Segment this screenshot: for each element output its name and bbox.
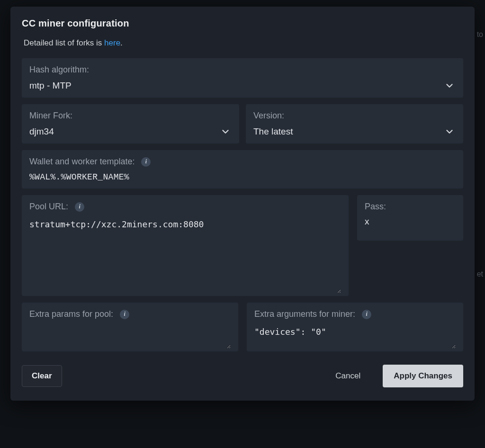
extra-pool-label: Extra params for pool: i	[29, 309, 231, 319]
extra-pool-field: Extra params for pool: i	[22, 303, 238, 351]
version-label: Version:	[253, 111, 456, 121]
wallet-template-label: Wallet and worker template: i	[29, 157, 456, 167]
extra-miner-label: Extra arguments for miner: i	[254, 309, 456, 319]
hash-algorithm-select[interactable]: mtp - MTP	[29, 81, 456, 91]
forks-note: Detailed list of forks is here.	[22, 38, 463, 48]
ghost-text: et	[477, 270, 483, 278]
pool-url-input[interactable]	[29, 217, 341, 293]
info-icon[interactable]: i	[75, 202, 84, 212]
extra-miner-label-text: Extra arguments for miner:	[254, 309, 355, 319]
hash-algorithm-field[interactable]: Hash algorithm: mtp - MTP	[22, 58, 463, 98]
hash-algorithm-value: mtp - MTP	[29, 81, 456, 91]
forks-note-prefix: Detailed list of forks is	[24, 38, 104, 47]
pool-url-field: Pool URL: i	[22, 195, 349, 296]
miner-fork-field[interactable]: Miner Fork: djm34	[22, 104, 239, 143]
info-icon[interactable]: i	[362, 310, 371, 319]
extra-miner-field: Extra arguments for miner: i	[247, 303, 463, 351]
apply-button[interactable]: Apply Changes	[383, 365, 463, 387]
wallet-template-label-text: Wallet and worker template:	[29, 157, 135, 167]
miner-fork-value: djm34	[29, 126, 232, 137]
modal-title: CC miner configuration	[22, 18, 463, 29]
version-field[interactable]: Version: The latest	[246, 104, 463, 143]
forks-note-suffix: .	[120, 38, 123, 47]
chevron-down-icon	[220, 126, 231, 137]
chevron-down-icon	[444, 126, 455, 137]
wallet-template-value[interactable]: %WAL%.%WORKER_NAME%	[29, 172, 456, 182]
info-icon[interactable]: i	[141, 157, 151, 167]
miner-fork-select[interactable]: djm34	[29, 126, 232, 137]
pass-label: Pass:	[365, 202, 456, 212]
hash-algorithm-label: Hash algorithm:	[29, 65, 456, 75]
pass-field: Pass: x	[357, 195, 463, 241]
extra-pool-input[interactable]	[29, 325, 231, 349]
extra-pool-label-text: Extra params for pool:	[29, 309, 113, 319]
forks-link[interactable]: here	[104, 38, 120, 47]
chevron-down-icon	[444, 81, 455, 91]
miner-fork-label: Miner Fork:	[29, 111, 232, 121]
pool-url-label: Pool URL: i	[29, 202, 341, 212]
info-icon[interactable]: i	[120, 310, 129, 319]
ghost-text: to	[477, 30, 483, 39]
miner-config-modal: CC miner configuration Detailed list of …	[10, 7, 475, 401]
wallet-template-field[interactable]: Wallet and worker template: i %WAL%.%WOR…	[22, 150, 463, 188]
extra-miner-input[interactable]	[254, 325, 456, 349]
clear-button[interactable]: Clear	[22, 365, 62, 387]
modal-footer: Clear Cancel Apply Changes	[22, 365, 463, 387]
version-value: The latest	[253, 126, 456, 137]
cancel-button[interactable]: Cancel	[325, 365, 370, 387]
pass-value[interactable]: x	[365, 216, 456, 227]
pool-url-label-text: Pool URL:	[29, 202, 68, 212]
version-select[interactable]: The latest	[253, 126, 456, 137]
